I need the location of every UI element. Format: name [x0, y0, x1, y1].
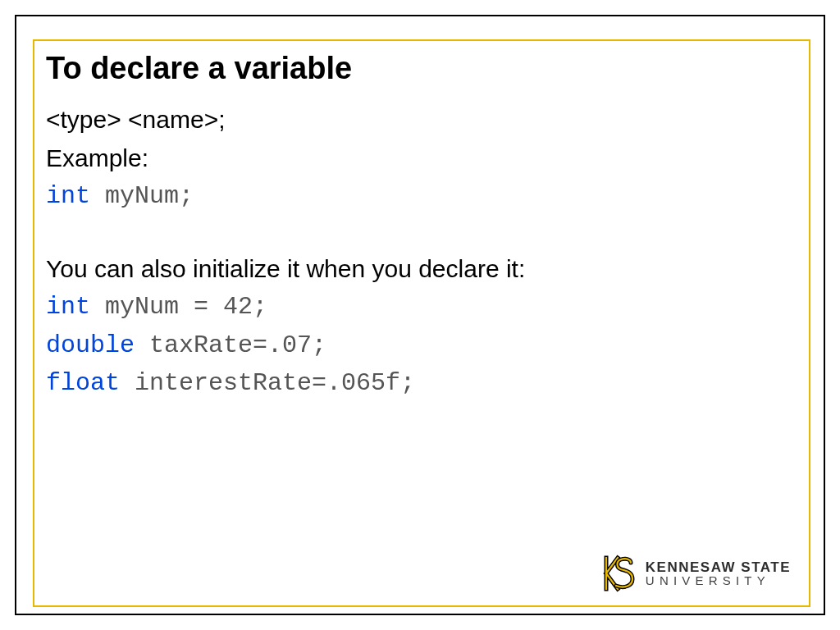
slide: To declare a variable <type> <name>; Exa…	[0, 0, 840, 630]
code-rest: myNum;	[90, 182, 194, 210]
code-rest: myNum = 42;	[90, 293, 267, 321]
code-init-3: float interestRate=.065f;	[46, 364, 794, 403]
code-init-1: int myNum = 42;	[46, 288, 794, 326]
code-rest: interestRate=.065f;	[120, 369, 415, 397]
init-label: You can also initialize it when you decl…	[46, 250, 794, 289]
code-keyword: float	[46, 369, 120, 397]
slide-title: To declare a variable	[46, 51, 794, 86]
slide-content: To declare a variable <type> <name>; Exa…	[46, 51, 794, 403]
code-keyword: double	[46, 331, 135, 359]
spacer	[46, 216, 794, 250]
example-label: Example:	[46, 139, 794, 178]
code-init-2: double taxRate=.07;	[46, 326, 794, 365]
code-example-1: int myNum;	[46, 177, 794, 216]
code-keyword: int	[46, 293, 90, 321]
ks-monogram-icon	[601, 555, 637, 592]
syntax-line: <type> <name>;	[46, 101, 794, 139]
logo-text: KENNESAW STATE UNIVERSITY	[646, 560, 791, 587]
code-keyword: int	[46, 182, 90, 210]
logo-line2: UNIVERSITY	[646, 574, 791, 587]
logo-line1: KENNESAW STATE	[646, 560, 791, 574]
university-logo: KENNESAW STATE UNIVERSITY	[601, 555, 791, 592]
code-rest: taxRate=.07;	[135, 331, 326, 359]
